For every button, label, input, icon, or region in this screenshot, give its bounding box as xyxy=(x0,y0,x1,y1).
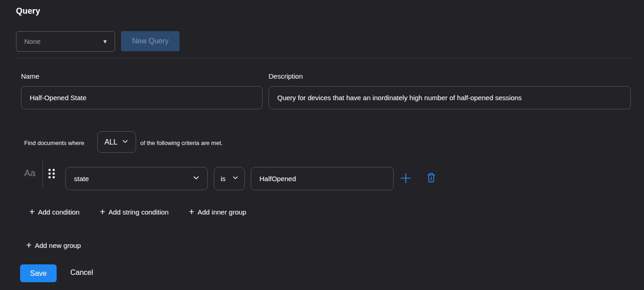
add-inner-group-button[interactable]: + Add inner group xyxy=(189,207,246,217)
saved-query-selected-value: None xyxy=(24,38,41,45)
add-condition-label: Add condition xyxy=(38,208,79,216)
match-type-select[interactable]: ALL xyxy=(97,131,136,153)
plus-icon: + xyxy=(29,207,35,216)
condition-field-select[interactable]: state xyxy=(65,167,208,190)
add-condition-button[interactable]: + Add condition xyxy=(29,207,79,217)
add-condition-plus-icon[interactable] xyxy=(400,172,412,184)
query-builder-panel: Query None ▼ New Query Name Description … xyxy=(0,0,644,290)
section-divider xyxy=(16,58,632,59)
condition-divider xyxy=(42,161,43,189)
triangle-down-icon: ▼ xyxy=(102,38,108,45)
page-title: Query xyxy=(16,6,40,16)
condition-operator-value: is xyxy=(221,175,226,183)
add-new-group-label: Add new group xyxy=(35,242,81,249)
plus-icon: + xyxy=(26,240,32,250)
save-button[interactable]: Save xyxy=(20,264,57,282)
condition-field-value: state xyxy=(74,175,89,183)
add-new-group-button[interactable]: + Add new group xyxy=(26,241,81,250)
string-type-badge: Aa xyxy=(24,168,35,178)
criteria-suffix-text: of the following criteria are met. xyxy=(140,140,223,146)
name-label: Name xyxy=(21,72,39,80)
criteria-prefix-text: Find documents where xyxy=(24,140,84,146)
plus-icon: + xyxy=(189,207,194,216)
drag-handle-icon[interactable] xyxy=(48,169,55,178)
add-string-condition-label: Add string condition xyxy=(108,208,169,216)
add-inner-group-label: Add inner group xyxy=(197,208,246,216)
cancel-button[interactable]: Cancel xyxy=(70,269,93,277)
saved-query-select[interactable]: None ▼ xyxy=(16,31,115,52)
new-query-button[interactable]: New Query xyxy=(121,31,179,51)
condition-operator-select[interactable]: is xyxy=(214,167,245,190)
chevron-down-icon xyxy=(232,174,239,183)
condition-value-input[interactable] xyxy=(251,167,394,190)
description-label: Description xyxy=(269,72,303,80)
add-string-condition-button[interactable]: + Add string condition xyxy=(100,207,169,217)
chevron-down-icon xyxy=(192,174,200,183)
chevron-down-icon xyxy=(121,138,129,147)
delete-condition-trash-icon[interactable] xyxy=(426,172,437,183)
plus-icon: + xyxy=(100,207,105,216)
group-actions-row: + Add condition + Add string condition +… xyxy=(29,207,246,217)
name-input[interactable] xyxy=(21,86,263,109)
description-input[interactable] xyxy=(269,86,631,109)
match-type-value: ALL xyxy=(105,138,117,146)
